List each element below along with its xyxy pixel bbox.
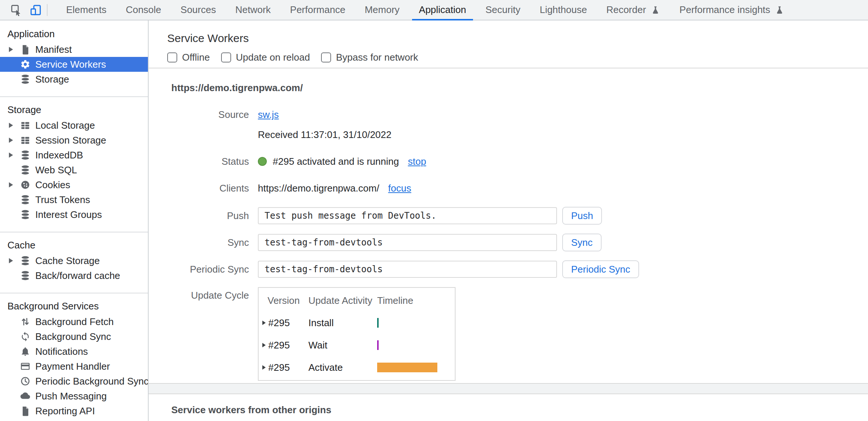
version-cell: #295: [268, 317, 308, 329]
push-button[interactable]: Push: [562, 207, 602, 225]
offline-checkbox-group[interactable]: Offline: [167, 52, 210, 63]
experiment-flask-icon: [775, 5, 784, 15]
update-cycle-header: Version Update Activity Timeline: [259, 293, 455, 308]
sidebar-item-push-messaging[interactable]: Push Messaging: [0, 389, 148, 404]
update-on-reload-checkbox[interactable]: [221, 52, 231, 62]
periodic-sync-row: Periodic Sync Periodic Sync: [149, 260, 868, 278]
toggle-device-toolbar-icon[interactable]: [29, 4, 42, 16]
tab-recorder[interactable]: Recorder: [597, 0, 670, 20]
sync-button[interactable]: Sync: [562, 234, 602, 251]
sidebar-item-local-storage[interactable]: Local Storage: [0, 118, 148, 133]
tab-label: Lighthouse: [540, 4, 587, 16]
database-icon: [20, 74, 30, 84]
tab-lighthouse[interactable]: Lighthouse: [530, 0, 596, 20]
disclosure-arrow-icon[interactable]: [9, 258, 13, 263]
tab-sources[interactable]: Sources: [171, 0, 226, 20]
devtools-window: Elements Console Sources Network Perform…: [0, 0, 868, 421]
update-on-reload-checkbox-group[interactable]: Update on reload: [221, 52, 310, 63]
disclosure-arrow-icon[interactable]: [9, 138, 13, 143]
inspect-element-icon[interactable]: [10, 4, 23, 16]
tab-label: Performance: [290, 4, 346, 16]
clients-row: Clients https://demo.tigrenpwa.com/ focu…: [149, 180, 868, 196]
sidebar-item-manifest[interactable]: Manifest: [0, 42, 148, 57]
devtools-tabbar: Elements Console Sources Network Perform…: [0, 0, 868, 20]
tab-performance[interactable]: Performance: [281, 0, 355, 20]
sidebar-item-web-sql[interactable]: Web SQL: [0, 163, 148, 177]
sync-row: Sync Sync: [149, 234, 868, 251]
periodic-sync-button[interactable]: Periodic Sync: [562, 260, 639, 278]
clock-icon: [20, 376, 30, 386]
section-separator-band: [149, 383, 868, 394]
gear-icon: [20, 59, 30, 70]
sidebar-item-label: Cookies: [35, 179, 70, 191]
sidebar-item-trust-tokens[interactable]: Trust Tokens: [0, 192, 148, 207]
expand-arrow-icon[interactable]: [262, 343, 268, 347]
update-cycle-label: Update Cycle: [149, 287, 249, 303]
clients-label: Clients: [149, 183, 249, 194]
sidebar-item-cookies[interactable]: Cookies: [0, 177, 148, 192]
tab-elements[interactable]: Elements: [56, 0, 116, 20]
tab-memory[interactable]: Memory: [355, 0, 409, 20]
sidebar-item-interest-groups[interactable]: Interest Groups: [0, 207, 148, 222]
table-icon: [20, 120, 30, 131]
tab-console[interactable]: Console: [116, 0, 171, 20]
expand-arrow-icon[interactable]: [262, 365, 268, 370]
disclosure-arrow-icon[interactable]: [9, 123, 13, 128]
activity-cell: Wait: [308, 340, 377, 351]
checkbox-label: Update on reload: [236, 52, 310, 63]
timeline-bar: [377, 363, 437, 372]
expand-arrow-icon[interactable]: [262, 321, 268, 325]
sidebar-item-indexeddb[interactable]: IndexedDB: [0, 148, 148, 163]
tab-performance-insights[interactable]: Performance insights: [670, 0, 794, 20]
sidebar-item-storage[interactable]: Storage: [0, 72, 148, 87]
disclosure-arrow-icon[interactable]: [9, 47, 13, 52]
bypass-for-network-checkbox-group[interactable]: Bypass for network: [321, 52, 418, 63]
sync-label: Sync: [149, 237, 249, 248]
sidebar-item-label: Background Fetch: [35, 316, 114, 328]
sidebar-item-background-fetch[interactable]: Background Fetch: [0, 314, 148, 329]
sidebar-item-label: Notifications: [35, 346, 88, 357]
sidebar-item-background-sync[interactable]: Background Sync: [0, 329, 148, 344]
checkbox-label: Offline: [182, 52, 210, 63]
sidebar-item-back-forward-cache[interactable]: Back/forward cache: [0, 268, 148, 283]
tabbar-icons: [0, 0, 56, 20]
sidebar-item-notifications[interactable]: Notifications: [0, 344, 148, 359]
database-icon: [20, 195, 30, 205]
update-cycle-row: Update Cycle Version Update Activity Tim…: [149, 287, 868, 381]
table-row: #295 Wait: [259, 338, 455, 353]
disclosure-arrow-icon[interactable]: [9, 182, 13, 187]
focus-link[interactable]: focus: [388, 183, 411, 194]
checkbox-label: Bypass for network: [336, 52, 418, 63]
sidebar-item-periodic-background-sync[interactable]: Periodic Background Sync: [0, 374, 148, 389]
sidebar-item-payment-handler[interactable]: Payment Handler: [0, 359, 148, 374]
bypass-for-network-checkbox[interactable]: [321, 52, 331, 62]
client-url: https://demo.tigrenpwa.com/: [258, 183, 379, 194]
received-row: Received 11:37:01, 31/10/2022: [149, 126, 868, 143]
source-file-link[interactable]: sw.js: [258, 109, 279, 120]
sidebar-item-cache-storage[interactable]: Cache Storage: [0, 253, 148, 268]
worker-origin: https://demo.tigrenpwa.com/: [171, 80, 868, 96]
sidebar-item-reporting-api[interactable]: Reporting API: [0, 404, 148, 418]
offline-checkbox[interactable]: [167, 52, 177, 62]
tab-security[interactable]: Security: [476, 0, 530, 20]
sidebar-item-label: Session Storage: [35, 135, 106, 146]
version-cell: #295: [268, 340, 308, 351]
other-origins-title: Service workers from other origins: [171, 402, 868, 418]
stop-link[interactable]: stop: [408, 156, 426, 167]
tab-network[interactable]: Network: [226, 0, 280, 20]
periodic-sync-tag-input[interactable]: [258, 261, 557, 278]
push-message-input[interactable]: [258, 207, 557, 224]
column-header-timeline: Timeline: [377, 295, 413, 306]
sidebar-item-service-workers[interactable]: Service Workers: [0, 57, 148, 72]
tab-application[interactable]: Application: [409, 0, 476, 20]
sidebar-item-session-storage[interactable]: Session Storage: [0, 133, 148, 148]
sidebar-item-label: Local Storage: [35, 120, 95, 131]
disclosure-arrow-icon[interactable]: [9, 152, 13, 158]
other-origins-section: Service workers from other origins: [149, 394, 868, 418]
sync-tag-input[interactable]: [258, 234, 557, 251]
cloud-icon: [20, 391, 30, 401]
document-icon: [20, 406, 30, 416]
sidebar-section-cache: Cache Cache Storage Back/forward cache: [0, 232, 148, 293]
tab-label: Security: [486, 4, 521, 16]
push-label: Push: [149, 210, 249, 222]
